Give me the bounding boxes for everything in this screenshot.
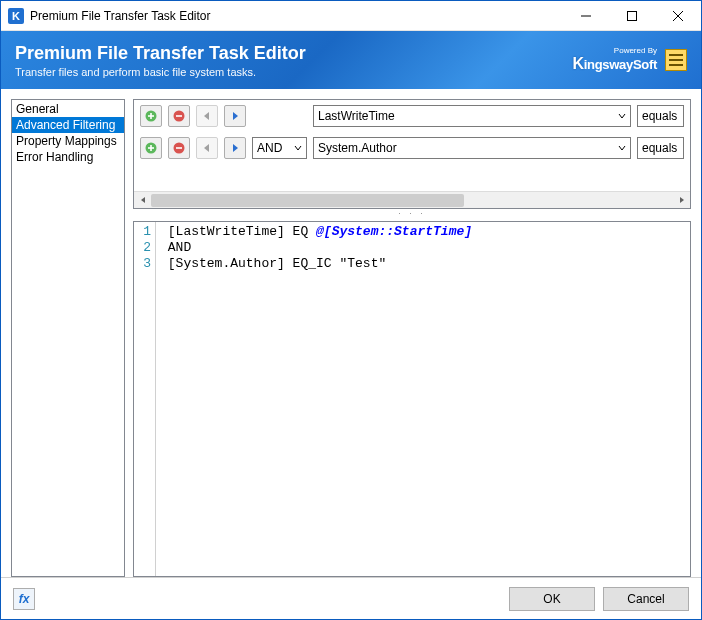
footer-buttons: OK Cancel [509,587,689,611]
logic-select[interactable]: AND [252,137,307,159]
maximize-button[interactable] [609,1,655,31]
banner: Premium File Transfer Task Editor Transf… [1,31,701,89]
sidebar-item-property-mappings[interactable]: Property Mappings [12,133,124,149]
plus-icon [145,110,157,122]
banner-title: Premium File Transfer Task Editor [15,43,306,64]
add-filter-button[interactable] [140,105,162,127]
triangle-right-icon [229,142,241,154]
move-left-button[interactable] [196,137,218,159]
triangle-left-icon [201,142,213,154]
triangle-right-icon [229,110,241,122]
svg-marker-18 [141,197,145,203]
titlebar: K Premium File Transfer Task Editor [1,1,701,31]
svg-marker-19 [680,197,684,203]
body: General Advanced Filtering Property Mapp… [1,89,701,577]
move-right-button[interactable] [224,105,246,127]
sidebar-item-error-handling[interactable]: Error Handling [12,149,124,165]
chevron-down-icon [618,112,626,120]
plus-icon [145,142,157,154]
operator-select[interactable]: equals [637,105,684,127]
expression-editor[interactable]: 1 2 3 [LastWriteTime] EQ @[System::Start… [133,221,691,577]
ok-button[interactable]: OK [509,587,595,611]
banner-subtitle: Transfer files and perform basic file sy… [15,66,306,78]
footer: fx OK Cancel [1,577,701,619]
brand-logo: KingswaySoft [572,55,657,73]
move-right-button[interactable] [224,137,246,159]
line-gutter: 1 2 3 [134,222,156,576]
logic-value: AND [257,141,282,155]
horizontal-scrollbar[interactable] [134,191,690,208]
banner-text: Premium File Transfer Task Editor Transf… [15,43,306,78]
svg-rect-1 [628,11,637,20]
minimize-button[interactable] [563,1,609,31]
titlebar-left: K Premium File Transfer Task Editor [1,8,211,24]
field-value: LastWriteTime [318,109,395,123]
window-title: Premium File Transfer Task Editor [30,9,211,23]
operator-select[interactable]: equals [637,137,684,159]
brand-k-icon: K [572,55,583,72]
scroll-track[interactable] [151,192,673,209]
fx-button[interactable]: fx [13,588,35,610]
svg-marker-16 [204,144,209,152]
svg-marker-17 [233,144,238,152]
svg-marker-9 [204,112,209,120]
close-button[interactable] [655,1,701,31]
scroll-left-icon[interactable] [134,192,151,209]
svg-marker-10 [233,112,238,120]
chevron-down-icon [294,144,302,152]
logic-spacer [252,105,307,127]
sidebar-item-general[interactable]: General [12,101,124,117]
brand-block: Powered By KingswaySoft [572,47,657,73]
sidebar-item-advanced-filtering[interactable]: Advanced Filtering [12,117,124,133]
app-k-icon: K [8,8,24,24]
filter-row: LastWriteTime equals [134,100,690,132]
window: K Premium File Transfer Task Editor Prem… [0,0,702,620]
chevron-down-icon [618,144,626,152]
remove-filter-button[interactable] [168,137,190,159]
operator-value: equals [642,141,677,155]
sidebar: General Advanced Filtering Property Mapp… [11,99,125,577]
minimize-icon [581,11,591,21]
splitter-handle[interactable]: · · · [133,209,691,217]
minus-icon [173,110,185,122]
field-select[interactable]: LastWriteTime [313,105,631,127]
main-pane: LastWriteTime equals [133,99,691,577]
triangle-left-icon [201,110,213,122]
scroll-thumb[interactable] [151,194,464,207]
remove-filter-button[interactable] [168,105,190,127]
maximize-icon [627,11,637,21]
filter-row: AND System.Author equals [134,132,690,164]
field-value: System.Author [318,141,397,155]
line-number: 1 [134,224,151,240]
window-controls [563,1,701,31]
banner-right: Powered By KingswaySoft [572,47,687,73]
code-area[interactable]: [LastWriteTime] EQ @[System::StartTime] … [156,222,690,576]
filters-panel: LastWriteTime equals [133,99,691,209]
scroll-right-icon[interactable] [673,192,690,209]
line-number: 3 [134,256,151,272]
filter-rows: LastWriteTime equals [134,100,690,191]
brand-name: ingswaySoft [584,57,657,72]
move-left-button[interactable] [196,105,218,127]
close-icon [673,11,683,21]
cancel-button[interactable]: Cancel [603,587,689,611]
field-select[interactable]: System.Author [313,137,631,159]
add-filter-button[interactable] [140,137,162,159]
operator-value: equals [642,109,677,123]
powered-by-label: Powered By [572,47,657,55]
minus-icon [173,142,185,154]
task-icon [665,49,687,71]
line-number: 2 [134,240,151,256]
